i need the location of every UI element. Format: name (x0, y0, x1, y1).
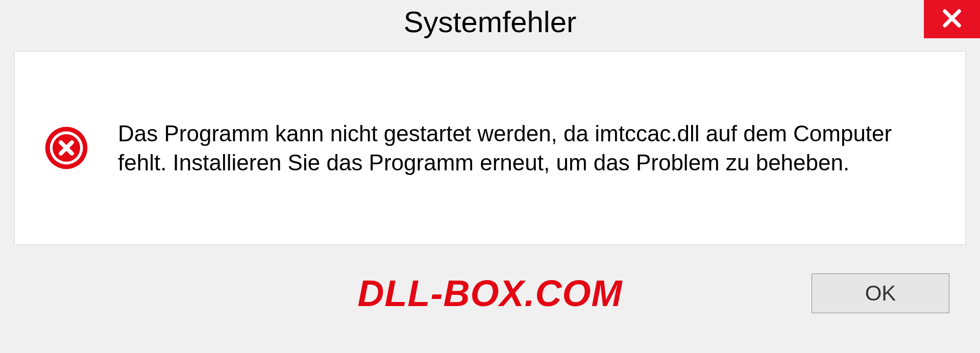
close-button[interactable] (924, 0, 980, 38)
title-bar: Systemfehler (0, 0, 980, 43)
error-message: Das Programm kann nicht gestartet werden… (118, 119, 940, 177)
ok-button[interactable]: OK (812, 273, 949, 313)
watermark-text: DLL-BOX.COM (358, 272, 623, 314)
message-panel: Das Programm kann nicht gestartet werden… (14, 51, 966, 245)
close-icon (941, 8, 963, 31)
dialog-footer: DLL-BOX.COM OK (0, 250, 980, 326)
error-icon (43, 125, 89, 171)
error-dialog: Systemfehler Das Programm kann nicht ges… (0, 0, 980, 353)
dialog-title: Systemfehler (404, 5, 576, 39)
